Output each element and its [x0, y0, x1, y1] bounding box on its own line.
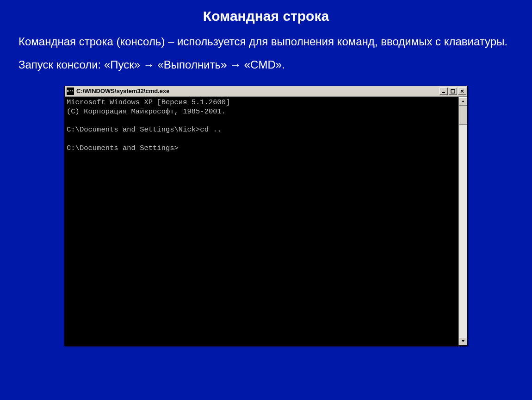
maximize-icon [451, 89, 455, 94]
slide: Командная строка Командная строка (консо… [0, 0, 532, 400]
cmd-line: C:\Documents and Settings> [67, 144, 179, 152]
cmd-app-icon: C:\ [67, 88, 74, 95]
vertical-scrollbar[interactable] [458, 97, 467, 345]
minimize-icon [441, 89, 446, 94]
cmd-output[interactable]: Microsoft Windows XP [Версия 5.1.2600] (… [65, 97, 458, 345]
slide-title: Командная строка [19, 8, 513, 24]
chevron-down-icon [461, 339, 465, 343]
cmd-titlebar[interactable]: C:\ C:\WINDOWS\system32\cmd.exe [65, 86, 467, 97]
cmd-client-area: Microsoft Windows XP [Версия 5.1.2600] (… [65, 97, 467, 345]
window-controls [439, 88, 466, 95]
slide-paragraph-intro: Командная строка (консоль) – используетс… [19, 34, 513, 49]
scroll-down-button[interactable] [459, 337, 467, 345]
cmd-line: C:\Documents and Settings\Nick>cd .. [67, 125, 222, 134]
cmd-window: C:\ C:\WINDOWS\system32\cmd.exe Microsof… [64, 86, 468, 346]
cmd-title-text: C:\WINDOWS\system32\cmd.exe [76, 88, 439, 94]
svg-rect-0 [442, 92, 445, 93]
minimize-button[interactable] [439, 88, 448, 95]
scroll-up-button[interactable] [459, 97, 467, 106]
chevron-up-icon [461, 100, 465, 103]
cmd-line: Microsoft Windows XP [Версия 5.1.2600] [67, 98, 230, 106]
scroll-track[interactable] [459, 106, 467, 337]
scroll-thumb[interactable] [459, 106, 467, 125]
close-icon [460, 89, 464, 94]
maximize-button[interactable] [449, 88, 457, 95]
slide-paragraph-launch: Запуск консоли: «Пуск» → «Выполнить» → «… [19, 57, 513, 72]
close-button[interactable] [458, 88, 466, 95]
svg-rect-2 [451, 89, 455, 90]
cmd-line: (С) Корпорация Майкрософт, 1985-2001. [67, 107, 226, 116]
